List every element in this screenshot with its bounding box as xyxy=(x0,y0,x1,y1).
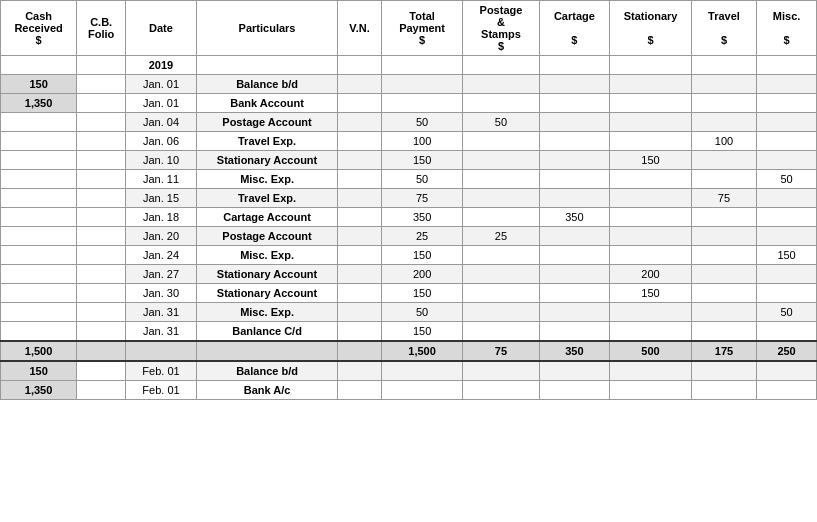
particulars-cell: Misc. Exp. xyxy=(196,303,337,322)
date-cell: Jan. 20 xyxy=(126,227,197,246)
cartage-cell xyxy=(539,361,610,381)
cartage-cell xyxy=(539,75,610,94)
cb-folio-cell xyxy=(77,132,126,151)
cash-received-cell xyxy=(1,246,77,265)
table-row: Jan. 04Postage Account5050 xyxy=(1,113,817,132)
total-payment-cell: 350 xyxy=(381,208,463,227)
travel-cell xyxy=(691,381,756,400)
date-cell: Jan. 31 xyxy=(126,303,197,322)
misc-cell xyxy=(757,189,817,208)
vn-cell xyxy=(338,113,382,132)
misc-cell xyxy=(757,265,817,284)
particulars-cell: Bank A/c xyxy=(196,381,337,400)
cb-folio-cell xyxy=(77,113,126,132)
total-payment-cell xyxy=(381,361,463,381)
cb-folio-cell xyxy=(77,151,126,170)
particulars-cell: Bank Account xyxy=(196,94,337,113)
total-payment-cell: 100 xyxy=(381,132,463,151)
cb-folio-cell xyxy=(77,246,126,265)
particulars-cell: Banlance C/d xyxy=(196,322,337,342)
table-row: Jan. 31Banlance C/d150 xyxy=(1,322,817,342)
misc-cell xyxy=(757,322,817,342)
cartage-cell xyxy=(539,151,610,170)
particulars-cell: Balance b/d xyxy=(196,361,337,381)
cash-received-cell xyxy=(1,265,77,284)
cartage-cell xyxy=(539,303,610,322)
table-row: Jan. 11Misc. Exp.5050 xyxy=(1,170,817,189)
stationary-cell xyxy=(610,94,692,113)
cb-folio-cell xyxy=(77,170,126,189)
travel-cell: 75 xyxy=(691,189,756,208)
stationary-cell: 500 xyxy=(610,341,692,361)
misc-cell xyxy=(757,94,817,113)
postage-cell xyxy=(463,75,539,94)
postage-cell xyxy=(463,132,539,151)
total-payment-cell: 50 xyxy=(381,303,463,322)
stationary-cell xyxy=(610,113,692,132)
particulars-cell: Travel Exp. xyxy=(196,132,337,151)
postage-cell: 25 xyxy=(463,227,539,246)
travel-cell xyxy=(691,75,756,94)
particulars-cell: Stationary Account xyxy=(196,151,337,170)
misc-cell: 150 xyxy=(757,246,817,265)
travel-cell xyxy=(691,227,756,246)
postage-cell: 75 xyxy=(463,341,539,361)
vn-cell xyxy=(338,341,382,361)
vn-cell xyxy=(338,56,382,75)
date-cell: Jan. 04 xyxy=(126,113,197,132)
postage-cell xyxy=(463,361,539,381)
cb-folio-cell xyxy=(77,381,126,400)
vn-cell xyxy=(338,208,382,227)
total-payment-cell xyxy=(381,381,463,400)
header-cb-folio: C.B.Folio xyxy=(77,1,126,56)
total-payment-cell: 50 xyxy=(381,113,463,132)
cash-received-cell: 1,350 xyxy=(1,381,77,400)
postage-cell: 50 xyxy=(463,113,539,132)
total-payment-cell: 50 xyxy=(381,170,463,189)
travel-cell: 100 xyxy=(691,132,756,151)
cash-received-cell xyxy=(1,284,77,303)
table-row: 2019 xyxy=(1,56,817,75)
travel-cell xyxy=(691,94,756,113)
table-row: Jan. 24Misc. Exp.150150 xyxy=(1,246,817,265)
vn-cell xyxy=(338,94,382,113)
header-travel: Travel$ xyxy=(691,1,756,56)
date-cell: Jan. 10 xyxy=(126,151,197,170)
travel-cell xyxy=(691,303,756,322)
cartage-cell xyxy=(539,189,610,208)
postage-cell xyxy=(463,322,539,342)
header-stationary: Stationary$ xyxy=(610,1,692,56)
cartage-cell xyxy=(539,56,610,75)
stationary-cell xyxy=(610,381,692,400)
date-cell: 2019 xyxy=(126,56,197,75)
total-payment-cell: 150 xyxy=(381,151,463,170)
vn-cell xyxy=(338,75,382,94)
cash-received-cell xyxy=(1,56,77,75)
vn-cell xyxy=(338,132,382,151)
table-row: Jan. 18Cartage Account350350 xyxy=(1,208,817,227)
misc-cell xyxy=(757,132,817,151)
travel-cell: 175 xyxy=(691,341,756,361)
particulars-cell: Stationary Account xyxy=(196,265,337,284)
particulars-cell: Misc. Exp. xyxy=(196,170,337,189)
cash-received-cell: 1,350 xyxy=(1,94,77,113)
particulars-cell: Postage Account xyxy=(196,227,337,246)
travel-cell xyxy=(691,246,756,265)
cartage-cell xyxy=(539,322,610,342)
table-row: Jan. 15Travel Exp.7575 xyxy=(1,189,817,208)
date-cell: Jan. 01 xyxy=(126,75,197,94)
particulars-cell xyxy=(196,56,337,75)
misc-cell xyxy=(757,56,817,75)
misc-cell xyxy=(757,75,817,94)
cb-folio-cell xyxy=(77,341,126,361)
total-payment-cell: 150 xyxy=(381,284,463,303)
misc-cell xyxy=(757,227,817,246)
vn-cell xyxy=(338,170,382,189)
particulars-cell: Misc. Exp. xyxy=(196,246,337,265)
total-payment-cell xyxy=(381,56,463,75)
misc-cell xyxy=(757,208,817,227)
cartage-cell xyxy=(539,94,610,113)
table-row: Jan. 31Misc. Exp.5050 xyxy=(1,303,817,322)
cash-received-cell xyxy=(1,151,77,170)
travel-cell xyxy=(691,170,756,189)
